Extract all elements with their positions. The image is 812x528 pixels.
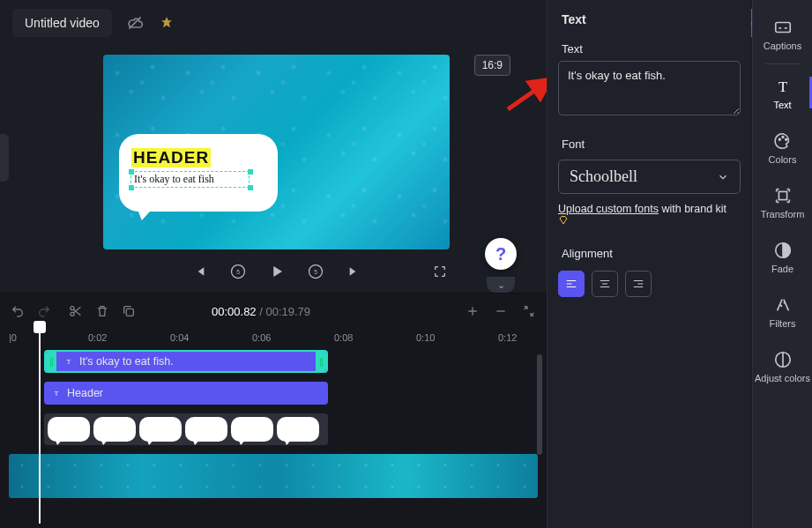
current-time: 00:00.82 bbox=[212, 305, 257, 318]
split-icon[interactable] bbox=[67, 302, 85, 320]
selection-handle[interactable] bbox=[248, 185, 253, 190]
selection-handle[interactable] bbox=[248, 169, 253, 175]
timeline-toolbar: 00:00.82 / 00:19.79 bbox=[0, 294, 547, 329]
selection-handle[interactable] bbox=[129, 185, 134, 190]
bubble-thumb bbox=[231, 417, 273, 442]
chevron-down-icon bbox=[717, 171, 729, 183]
tool-transform[interactable]: Transform bbox=[753, 175, 812, 230]
timeline-panel: 00:00.82 / 00:19.79 |0 0:02 0:04 0:06 0:… bbox=[0, 293, 547, 528]
ruler-mark: 0:02 bbox=[88, 332, 107, 343]
player-controls: 5 5 bbox=[103, 262, 450, 281]
cloud-sync-icon[interactable] bbox=[121, 9, 149, 37]
font-field-label: Font bbox=[558, 130, 741, 156]
redo-icon[interactable] bbox=[35, 302, 53, 320]
align-left-button[interactable] bbox=[558, 271, 585, 297]
question-icon: ? bbox=[495, 244, 506, 264]
bubble-header-text[interactable]: Header bbox=[131, 148, 211, 167]
alignment-label: Alignment bbox=[558, 240, 741, 265]
text-content-input[interactable]: It's okay to eat fish. bbox=[558, 61, 741, 115]
preview-canvas[interactable]: Header It's okay to eat fish bbox=[103, 55, 450, 249]
tool-fade[interactable]: Fade bbox=[753, 230, 812, 285]
svg-text:T: T bbox=[55, 390, 59, 398]
play-icon[interactable] bbox=[267, 262, 287, 281]
upload-fonts-suffix: with brand kit bbox=[659, 203, 726, 215]
ruler-mark: 0:12 bbox=[498, 332, 517, 343]
text-clip-icon: T bbox=[63, 356, 74, 367]
tool-text[interactable]: T Text bbox=[753, 66, 812, 121]
svg-rect-10 bbox=[778, 191, 786, 199]
selection-handle[interactable] bbox=[129, 169, 134, 175]
video-clip[interactable] bbox=[9, 454, 538, 498]
fit-icon[interactable] bbox=[520, 302, 538, 320]
undo-icon[interactable] bbox=[9, 302, 26, 320]
align-center-button[interactable] bbox=[592, 271, 618, 297]
bubble-graphic-clip[interactable] bbox=[44, 413, 328, 445]
svg-point-8 bbox=[782, 137, 784, 138]
tool-label: Colors bbox=[769, 154, 797, 165]
upload-fonts-link[interactable]: Upload custom fonts bbox=[558, 203, 659, 215]
text-clip-icon: T bbox=[51, 388, 62, 398]
bubble-body-text[interactable]: It's okay to eat fish bbox=[130, 171, 250, 188]
preview-column: 16:9 Header It's okay to eat fish 5 5 bbox=[9, 46, 544, 294]
tool-label: Filters bbox=[770, 318, 796, 329]
skip-start-icon[interactable] bbox=[190, 262, 209, 281]
tool-label: Text bbox=[773, 100, 791, 110]
tool-adjust-colors[interactable]: Adjust colors bbox=[753, 339, 812, 394]
skip-end-icon[interactable] bbox=[345, 262, 364, 281]
rewind-5-icon[interactable]: 5 bbox=[228, 262, 248, 281]
timeline-tracks: ‖ T It's okay to eat fish. ‖ T Header bbox=[0, 350, 547, 498]
zoom-out-icon[interactable] bbox=[492, 302, 510, 320]
svg-point-9 bbox=[785, 138, 786, 140]
timeline-ruler[interactable]: |0 0:02 0:04 0:06 0:08 0:10 0:12 bbox=[0, 329, 547, 350]
text-field-label: Text bbox=[558, 35, 741, 61]
project-title[interactable]: Untitled video bbox=[12, 9, 112, 37]
tool-label: Fade bbox=[771, 264, 793, 274]
svg-rect-15 bbox=[126, 309, 133, 316]
timeline-scrollbar[interactable] bbox=[537, 354, 542, 455]
alignment-buttons bbox=[558, 271, 741, 297]
upload-fonts-row: Upload custom fonts with brand kit bbox=[558, 203, 741, 226]
svg-text:5: 5 bbox=[236, 269, 240, 275]
clip-grip-left[interactable]: ‖ bbox=[46, 352, 56, 371]
svg-point-7 bbox=[778, 138, 780, 140]
bubble-thumb bbox=[277, 417, 319, 442]
text-clip-header[interactable]: T Header bbox=[44, 382, 328, 405]
clip-label: Header bbox=[67, 387, 103, 399]
tool-rail: Captions T Text Colors Transform Fade Fi… bbox=[752, 0, 812, 528]
playhead[interactable] bbox=[39, 328, 41, 524]
svg-rect-5 bbox=[775, 23, 790, 33]
duplicate-icon[interactable] bbox=[120, 302, 138, 320]
clip-grip-right[interactable]: ‖ bbox=[316, 352, 326, 371]
svg-text:5: 5 bbox=[314, 269, 317, 275]
tool-label: Captions bbox=[764, 41, 801, 51]
text-properties-panel: Text Text It's okay to eat fish. Font Sc… bbox=[547, 0, 751, 528]
text-clip-selected[interactable]: ‖ T It's okay to eat fish. ‖ bbox=[44, 350, 328, 373]
ruler-mark: 0:04 bbox=[170, 332, 189, 343]
diamond-icon bbox=[558, 215, 741, 226]
ruler-mark: |0 bbox=[9, 332, 17, 343]
font-select[interactable]: Schoolbell bbox=[558, 160, 741, 194]
duration-time: 00:19.79 bbox=[265, 305, 310, 318]
svg-text:T: T bbox=[778, 78, 786, 95]
zoom-in-icon[interactable] bbox=[464, 302, 481, 320]
aspect-ratio-chip[interactable]: 16:9 bbox=[474, 55, 510, 76]
timecode: 00:00.82 / 00:19.79 bbox=[212, 305, 310, 318]
bubble-thumb bbox=[139, 417, 182, 442]
bubble-thumb bbox=[185, 417, 227, 442]
font-value: Schoolbell bbox=[570, 167, 637, 186]
fullscreen-icon[interactable] bbox=[430, 262, 450, 281]
bubble-thumb bbox=[93, 417, 136, 442]
forward-5-icon[interactable]: 5 bbox=[306, 262, 325, 281]
collapse-preview-icon[interactable]: ⌄ bbox=[487, 277, 515, 293]
align-right-button[interactable] bbox=[625, 271, 652, 297]
tool-label: Adjust colors bbox=[755, 373, 810, 383]
tool-colors[interactable]: Colors bbox=[753, 121, 812, 175]
diamond-sparkle-icon bbox=[153, 9, 181, 37]
tool-captions[interactable]: Captions bbox=[753, 7, 812, 62]
tool-filters[interactable]: Filters bbox=[753, 285, 812, 339]
ruler-mark: 0:08 bbox=[334, 332, 353, 343]
help-button[interactable]: ? bbox=[485, 238, 517, 270]
left-rail-expand[interactable] bbox=[0, 134, 9, 182]
delete-icon[interactable] bbox=[93, 302, 111, 320]
ruler-mark: 0:10 bbox=[416, 332, 435, 343]
